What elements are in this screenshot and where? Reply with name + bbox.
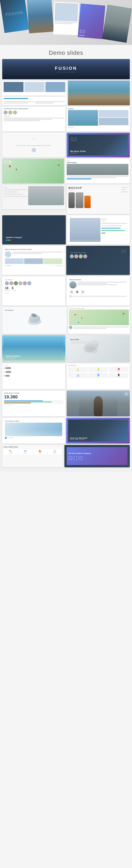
team-stat2-label: Projects — [12, 290, 16, 291]
team-stat2: 5 — [12, 286, 16, 290]
slide-portfolio[interactable]: Portfolio ★★★★★ — [67, 106, 130, 131]
slide-stats-left[interactable]: Our Stats 0395 160K 459 — [2, 363, 65, 389]
simple-heading: Simple Always In Reach — [4, 392, 63, 394]
team-label: Our Team — [5, 279, 63, 281]
slide-row-3: Free Words From Our Amazing Clients ★★★★… — [2, 106, 130, 131]
slide-row-6: Project MOCKUP iPHONE — [2, 185, 130, 214]
check-seo-heading: Check Your SEO Result — [70, 437, 126, 439]
slide-our-team-map[interactable]: Our Team - Your Topic - Totally — [68, 307, 130, 334]
fine-space-heading: Fine A Space For More — [5, 421, 62, 422]
page-wrapper: FUSION 02 Mockup — [0, 0, 132, 472]
slide-row-7: Updates & Support Updates & Support — [2, 215, 130, 244]
nautical-name: Nautical Williams — [6, 355, 62, 357]
team-stat1-label: Members — [5, 290, 10, 291]
collage-item-3 — [53, 2, 79, 35]
slide-landscape[interactable] — [68, 81, 130, 105]
slide-woman-portrait[interactable]: K — [67, 391, 130, 416]
slide-work[interactable] — [2, 81, 67, 105]
slide-services-icons[interactable]: OUR SERVICES ⚡ Design 💡 Creative 🎯 Str — [67, 363, 130, 389]
our-services-heading: OUR SERVICES — [4, 446, 62, 448]
collage-item-5 — [102, 4, 132, 43]
slide-row-9: Our Team 18 Members — [2, 276, 130, 306]
stars: ★★★★★ — [4, 115, 64, 117]
we-creative-heading: We Are Creative Company — [69, 452, 126, 455]
slide-we-creative[interactable]: We Are Creative Company ✦ ◈ ⬡ — [64, 445, 130, 467]
slide-row-13: Simple Always In Reach 19.380 Pro Versio… — [2, 391, 130, 416]
team-stat1: 18 — [5, 286, 10, 290]
slide-our-services-final[interactable]: OUR SERVICES ✏️ Design 💎 Premium 🎨 Cre — [2, 445, 63, 467]
slide-fine-space[interactable]: Fine A Space For More Fine A Space — [2, 418, 65, 443]
fusion-subtitle: Creative Template — [55, 71, 77, 73]
slide-row-12: Our Stats 0395 160K 459 — [2, 363, 130, 389]
slide-clients[interactable]: Free Words From Our Amazing Clients ★★★★… — [2, 106, 65, 131]
slide-row-11: Nautical Williams CEO & Co-Founder Brush… — [2, 335, 130, 362]
stat-2: 160K — [5, 371, 11, 373]
slide-nautical[interactable]: Nautical Williams CEO & Co-Founder — [2, 335, 65, 362]
updates-support-label: Updates & Support — [6, 236, 62, 239]
mockup-sub: About Project — [70, 152, 126, 154]
slide-updates-laptop[interactable]: Updates & Support 134% — [67, 215, 130, 244]
slide-showcase[interactable]: Make An Showcase Of Your Work Or News — [2, 246, 65, 275]
slide-row-1: FUSION Creative Template — [2, 59, 130, 79]
mockup-label: Mockup Slide — [70, 150, 126, 152]
stat-3: 459 — [5, 374, 9, 377]
slide-free-support[interactable]: Free Support — [2, 307, 67, 334]
mockup-iphone-sub: iPHONE — [69, 189, 128, 191]
clients-heading: Free Words From Our Amazing Clients — [4, 108, 64, 110]
mockup-iphone-heading: MOCKUP — [69, 187, 128, 189]
nautical-title: CEO & Co-Founder — [6, 357, 62, 359]
slide-quote[interactable]: " Lorem ipsum dolor sit amet consectetur… — [2, 133, 65, 157]
slide-our-team[interactable]: Our Team 18 Members — [2, 276, 65, 306]
slide-row-4: " Lorem ipsum dolor sit amet consectetur… — [2, 133, 130, 157]
showcase-heading: Make An Showcase Of Your Work Or News — [5, 248, 62, 250]
fusion-title: FUSION — [55, 66, 77, 71]
collage-item-4: 02 Mockup — [78, 3, 105, 39]
portfolio-label: Portfolio — [68, 108, 128, 109]
project-title: Fusion Creative — [67, 162, 128, 163]
slide-mockup-iphone-full[interactable]: MOCKUP iPHONE — [67, 185, 130, 214]
simple-number: 19.380 — [4, 394, 63, 400]
demo-title: Demo slides — [0, 50, 132, 56]
slide-map[interactable]: Map View — [2, 159, 64, 183]
slide-mockup-02[interactable]: 02 Mockup Slide About Project — [67, 133, 130, 157]
slide-check-seo[interactable]: Check Your SEO Result — [66, 418, 130, 443]
collage-item-1: FUSION — [0, 0, 29, 33]
collage-item-2 — [27, 0, 54, 33]
demo-title-section: Demo slides — [0, 45, 132, 59]
slide-row-15: OUR SERVICES ✏️ Design 💎 Premium 🎨 Cre — [2, 445, 130, 467]
stat-1: 0395 — [5, 367, 11, 369]
slide-row-14: Fine A Space For More Fine A Space Check… — [2, 418, 130, 443]
slide-cofounder[interactable]: About Co-Founder ✉ ☎ ⚙ — [67, 276, 130, 306]
slide-team-dark[interactable]: 02 " Lorem ipsum dolor sit amet — [66, 246, 130, 275]
slide-tablet-sketch[interactable]: Project — [2, 185, 65, 210]
slide-simple-always[interactable]: Simple Always In Reach 19.380 Pro Versio… — [2, 391, 65, 416]
team-map-heading: Our Team - Your Topic - Totally — [69, 308, 129, 309]
bottom-pad — [0, 467, 132, 472]
slide-updates-dark[interactable]: Updates & Support — [2, 215, 66, 244]
slides-grid: FUSION Creative Template — [0, 59, 132, 467]
slide-project[interactable]: Project Fusion Creative — [65, 159, 130, 183]
slide-row-2 — [2, 81, 130, 105]
slide-row-10: Free Support Our Team - Your Topic - Tot… — [2, 307, 130, 334]
brush-heading: Brush Slide — [70, 339, 126, 340]
slide-row-8: Make An Showcase Of Your Work Or News — [2, 246, 130, 275]
slide-fusion[interactable]: FUSION Creative Template — [2, 59, 130, 79]
free-support-heading: Free Support — [5, 310, 64, 311]
slide-row-5: Map View Project Fusion Creative — [2, 159, 130, 183]
mockup-number: 02 — [70, 135, 77, 143]
cofounder-heading: About Co-Founder — [69, 279, 127, 280]
top-collage: FUSION 02 Mockup — [0, 0, 132, 45]
slide-brush[interactable]: Brush Slide — [67, 335, 130, 362]
